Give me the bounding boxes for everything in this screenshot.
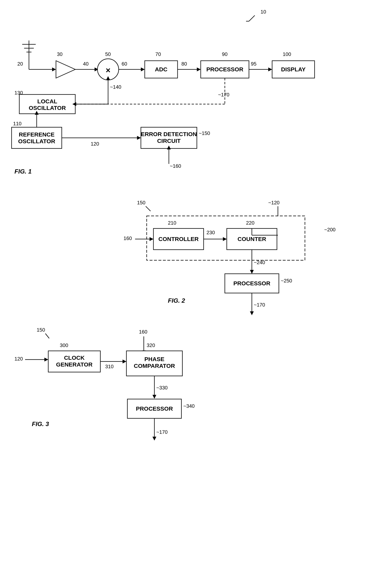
fig1-ref-40: 40	[83, 61, 89, 67]
fig2-ref-230: 230	[206, 230, 215, 235]
fig1-ref-110: 110	[13, 121, 21, 127]
fig3-ref-310: 310	[105, 364, 113, 369]
processor-label-1: PROCESSOR	[206, 66, 243, 72]
local-osc-label2: OSCILLATOR	[29, 105, 66, 111]
arrow-fig3-5	[152, 437, 156, 441]
fig1-ref-100: 100	[283, 51, 291, 57]
local-osc-label1: LOCAL	[37, 98, 57, 105]
svg-text:×: ×	[106, 66, 110, 75]
edc-label1: ERROR DETECTION	[141, 131, 197, 137]
arrow-fig3-2	[122, 360, 126, 363]
arrow1	[52, 67, 56, 71]
fig3-ref-300: 300	[60, 342, 68, 348]
phase-comp-label1: PHASE	[144, 356, 164, 362]
clock-gen-label2: GENERATOR	[56, 361, 93, 368]
fig1-ref-170: ~170	[218, 92, 229, 98]
arrow5	[268, 67, 272, 71]
fig1-ref-120: 120	[91, 141, 99, 147]
arrow-fig2-5	[250, 311, 254, 315]
arrow-fig2-4	[250, 270, 254, 274]
fig1-ref-20: 20	[17, 61, 23, 67]
fig2-processor-label: PROCESSOR	[233, 280, 270, 286]
fig2-ref-160: 160	[123, 235, 132, 241]
display-label: DISPLAY	[281, 66, 305, 72]
phase-comp-label2: COMPARATOR	[134, 363, 175, 369]
fig2-ref-220: 220	[246, 220, 254, 226]
fig1-ref-60: 60	[122, 61, 127, 67]
clock-gen-label1: CLOCK	[64, 355, 85, 361]
arrow4	[197, 67, 201, 71]
fig3-ref-330: ~330	[156, 385, 168, 391]
fig3-ref-340: ~340	[183, 403, 195, 409]
controller-label: CONTROLLER	[158, 236, 199, 242]
fig2-ref-150: 150	[137, 200, 145, 205]
svg-marker-8	[56, 61, 75, 78]
svg-line-0	[249, 15, 255, 21]
fig2-ref-120: ~120	[268, 200, 280, 205]
arrow-fig3-4	[152, 395, 156, 399]
fig3-processor-label: PROCESSOR	[136, 405, 173, 412]
fig3-title: FIG. 3	[32, 420, 49, 427]
fig2-ref-200: ~200	[324, 227, 336, 233]
antenna	[22, 41, 36, 56]
fig2-ref-240: ~240	[254, 260, 265, 265]
fig1-ref-80: 80	[182, 61, 187, 67]
svg-line-23	[146, 206, 151, 211]
fig1-ref-140: ~140	[110, 84, 121, 90]
fig1-title: FIG. 1	[14, 168, 32, 175]
svg-line-31	[45, 333, 49, 338]
fig1-ref-10: 10	[261, 9, 266, 15]
ref-osc-label2: OSCILLATOR	[18, 138, 55, 144]
fig1-ref-130: 130	[14, 90, 23, 96]
fig3-ref-150: 150	[37, 327, 45, 333]
ref-osc-label1: REFERENCE	[19, 131, 54, 138]
fig2-title: FIG. 2	[168, 297, 185, 304]
fig3-ref-170: ~170	[156, 429, 168, 435]
amplifier	[56, 61, 75, 78]
arrow-fig3-1	[44, 358, 48, 361]
fig1-ref-150: ~150	[199, 130, 210, 136]
fig1-ref-90: 90	[222, 51, 227, 57]
arrow3	[141, 67, 145, 71]
fig1-ref-70: 70	[155, 51, 161, 57]
fig3-ref-320: 320	[147, 342, 155, 348]
fig2-ref-210: 210	[168, 220, 176, 226]
arrow9	[137, 136, 141, 140]
adc-label: ADC	[155, 66, 168, 72]
fig1-ref-50: 50	[105, 51, 111, 57]
fig3-ref-120: 120	[14, 356, 23, 362]
fig1-ref-95: 95	[251, 61, 257, 67]
fig1-ref-160: ~160	[170, 163, 181, 169]
fig3-ref-160: 160	[139, 329, 147, 335]
fig2-ref-170: ~170	[254, 302, 265, 308]
fig1-ref-30: 30	[57, 51, 63, 57]
counter-label: COUNTER	[238, 236, 266, 242]
fig2-ref-250: ~250	[281, 278, 292, 284]
edc-label2: CIRCUIT	[157, 138, 181, 144]
